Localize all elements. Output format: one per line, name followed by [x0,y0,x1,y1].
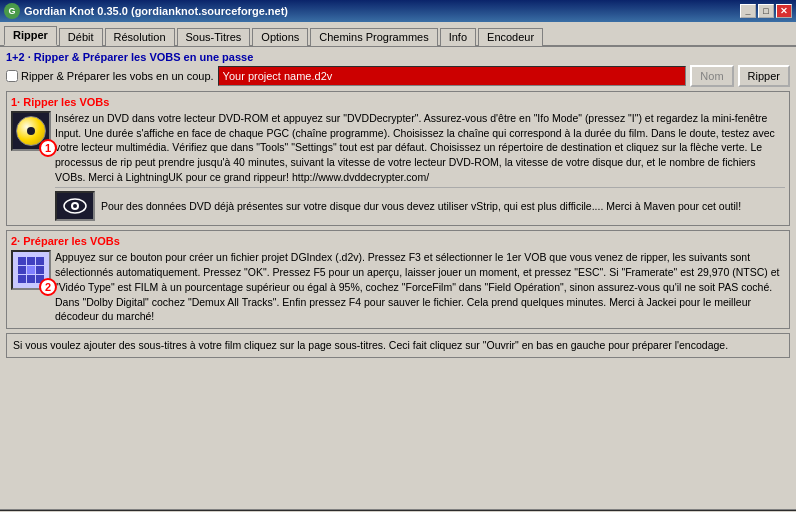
tab-chemins[interactable]: Chemins Programmes [310,28,437,46]
section-1-title: 1· Ripper les VOBs [11,96,785,108]
info-text: Si vous voulez ajouter des sous-titres à… [13,339,728,351]
vobs-text-col: Insérez un DVD dans votre lecteur DVD-RO… [55,111,785,221]
tab-resolution[interactable]: Résolution [105,28,175,46]
prepare-content: 2 Appuyez sur ce bouton pour créer un fi… [11,250,785,323]
main-content: 1+2 · Ripper & Préparer les VOBS en une … [0,47,796,509]
info-box: Si vous voulez ajouter des sous-titres à… [6,333,790,358]
section-12-label: 1+2 · Ripper & Préparer les VOBS en une … [6,51,790,63]
eye-icon-box[interactable] [55,191,95,221]
titlebar-left: G Gordian Knot 0.35.0 (gordianknot.sourc… [4,3,288,19]
titlebar-buttons: _ □ ✕ [740,4,792,18]
eye-icon [63,198,87,214]
svg-point-2 [73,204,77,208]
step-1-circle: 1 [39,139,57,157]
tab-info[interactable]: Info [440,28,476,46]
titlebar: G Gordian Knot 0.35.0 (gordianknot.sourc… [0,0,796,22]
one-pass-checkbox[interactable] [6,70,18,82]
vobs-text-secondary: Pour des données DVD déjà présentes sur … [101,199,741,214]
tab-debit[interactable]: Débit [59,28,103,46]
app-icon: G [4,3,20,19]
grid-icon-box[interactable]: 2 [11,250,51,290]
checkbox-label[interactable]: Ripper & Préparer les vobs en un coup. [6,70,214,82]
vobs-icon-row: Pour des données DVD déjà présentes sur … [55,187,785,221]
vobs-icon-col: 1 [11,111,51,221]
tab-sous-titres[interactable]: Sous-Titres [177,28,251,46]
tab-ripper[interactable]: Ripper [4,26,57,46]
tab-encodeur[interactable]: Encodeur [478,28,543,46]
nom-button: Nom [690,65,733,87]
vobs-text-main: Insérez un DVD dans votre lecteur DVD-RO… [55,111,785,184]
project-name-input[interactable] [218,66,687,86]
section-1-vobs: 1· Ripper les VOBs 1 Insérez un DVD dans… [6,91,790,226]
ripper-button[interactable]: Ripper [738,65,790,87]
close-button[interactable]: ✕ [776,4,792,18]
vobs-content: 1 Insérez un DVD dans votre lecteur DVD-… [11,111,785,221]
prepare-text: Appuyez sur ce bouton pour créer un fich… [55,250,785,323]
tab-options[interactable]: Options [252,28,308,46]
section-2-title: 2· Préparer les VOBs [11,235,785,247]
minimize-button[interactable]: _ [740,4,756,18]
dvd-icon-box[interactable]: 1 [11,111,51,151]
grid-icon [18,257,44,283]
section-12: 1+2 · Ripper & Préparer les VOBS en une … [6,51,790,87]
titlebar-title: Gordian Knot 0.35.0 (gordianknot.sourcef… [24,5,288,17]
tabbar: Ripper Débit Résolution Sous-Titres Opti… [0,22,796,47]
section-2-prepare: 2· Préparer les VOBs 2 Appuyez sur ce bo… [6,230,790,328]
maximize-button[interactable]: □ [758,4,774,18]
